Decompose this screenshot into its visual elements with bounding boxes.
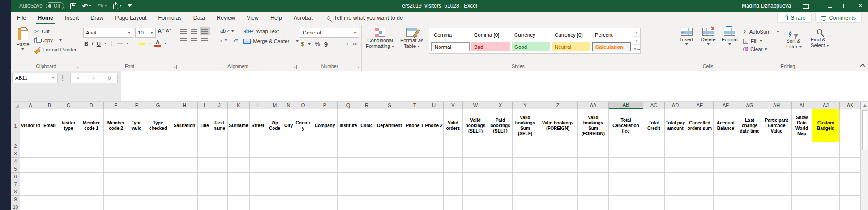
cell-Z7[interactable] [538,180,578,188]
cell-V7[interactable] [444,180,463,188]
underline-button[interactable]: U [97,40,101,47]
style-item-currency-0-[interactable]: Currency [0] [552,30,590,39]
cell-K4[interactable] [228,158,250,165]
cell-P3[interactable] [312,150,338,158]
style-item-percent[interactable]: Percent [592,30,631,39]
column-header-T[interactable]: T [405,102,424,109]
cell-L9[interactable] [250,196,266,203]
cell-AI7[interactable] [792,180,812,188]
cell-AH2[interactable] [761,142,792,150]
cell-Z9[interactable] [538,196,578,203]
cell-AK1[interactable] [840,109,861,142]
tab-file[interactable]: File [11,12,32,24]
format-as-table-button[interactable]: Format asTable [397,26,427,49]
cell-F7[interactable] [128,180,145,188]
cell-B2[interactable] [41,142,58,150]
cell-S4[interactable] [374,158,405,165]
cell-M10[interactable] [266,203,283,210]
cell-J2[interactable] [211,142,228,150]
cell-L5[interactable] [250,165,266,173]
cell-AK6[interactable] [840,173,861,180]
cell-E7[interactable] [104,180,128,188]
row-header-5[interactable]: 5 [11,165,20,173]
cell-R1[interactable]: Clinic [359,109,374,142]
cell-S6[interactable] [374,173,405,180]
cell-M4[interactable] [266,158,283,165]
cell-W10[interactable] [463,203,488,210]
column-header-AD[interactable]: AD [665,102,686,109]
increase-decimal-button[interactable]: ←.0 [339,42,348,46]
cell-AC4[interactable] [643,158,665,165]
cell-AI1[interactable]: Show Data World Map [792,109,812,142]
clear-dropdown-arrow[interactable] [765,48,767,50]
tab-home[interactable]: Home [32,12,59,24]
cell-S3[interactable] [374,150,405,158]
center-button[interactable] [191,38,197,43]
cell-G9[interactable] [145,196,171,203]
cell-AC6[interactable] [643,173,665,180]
cell-A1[interactable]: Visitor Id [20,109,41,142]
cell-AB9[interactable] [609,196,643,203]
cell-J9[interactable] [211,196,228,203]
cell-Y4[interactable] [513,158,538,165]
cell-U5[interactable] [424,165,444,173]
align-right-button[interactable] [201,38,208,43]
cell-Y9[interactable] [513,196,538,203]
clear-button[interactable]: Clear [743,47,779,52]
orientation-dropdown-arrow[interactable] [231,30,234,32]
cell-M3[interactable] [266,150,283,158]
cell-AC10[interactable] [643,203,665,210]
cell-AI2[interactable] [792,142,812,150]
row-header-7[interactable]: 7 [11,180,20,188]
cell-AG10[interactable] [738,203,761,210]
cell-L1[interactable]: Street [250,109,266,142]
cell-E5[interactable] [104,165,128,173]
italic-button[interactable]: I [91,40,93,47]
cell-AH1[interactable]: Participant Barcode Value [761,109,792,142]
font-size-combobox[interactable]: 10 [135,28,156,38]
cell-V10[interactable] [444,203,463,210]
cell-AJ8[interactable] [812,188,840,196]
comma-style-button[interactable]: 9 [324,40,328,48]
cell-B1[interactable]: Email [41,109,58,142]
style-item-calculation[interactable]: Calculation [592,42,631,51]
cell-I7[interactable] [198,180,211,188]
cell-Q1[interactable]: Institute [338,109,359,142]
cell-I5[interactable] [198,165,211,173]
cell-D2[interactable] [79,142,104,150]
style-item-good[interactable]: Good [512,42,550,51]
cell-AJ4[interactable] [812,158,840,165]
delete-cells-button[interactable]: Delete [698,28,718,45]
cell-U1[interactable]: Phone 2 [424,109,444,142]
ribbon-display-options-icon[interactable] [803,4,809,9]
touch-mode-dropdown-arrow[interactable] [119,5,122,7]
cell-R4[interactable] [359,158,374,165]
cell-AB10[interactable] [609,203,643,210]
column-header-Y[interactable]: Y [513,102,538,109]
cell-P9[interactable] [312,196,338,203]
cell-J7[interactable] [211,180,228,188]
cell-F5[interactable] [128,165,145,173]
cell-W1[interactable]: Valid bookings (SELF) [463,109,488,142]
cell-AA2[interactable] [578,142,609,150]
cell-H3[interactable] [171,150,198,158]
cell-O8[interactable] [294,188,312,196]
cell-AA6[interactable] [578,173,609,180]
cell-AF5[interactable] [714,165,738,173]
accounting-dropdown-arrow[interactable] [308,43,311,45]
cell-AA5[interactable] [578,165,609,173]
cell-D3[interactable] [79,150,104,158]
cell-F3[interactable] [128,150,145,158]
cell-F10[interactable] [128,203,145,210]
cell-F2[interactable] [128,142,145,150]
cell-AC3[interactable] [643,150,665,158]
cell-AJ3[interactable] [812,150,840,158]
cell-AH7[interactable] [761,180,792,188]
cell-AC2[interactable] [643,142,665,150]
format-cells-button[interactable]: Format [720,28,740,45]
cell-U9[interactable] [424,196,444,203]
cell-X8[interactable] [488,188,513,196]
customize-qat-button[interactable] [128,4,132,8]
cell-AF7[interactable] [714,180,738,188]
cell-H5[interactable] [171,165,198,173]
